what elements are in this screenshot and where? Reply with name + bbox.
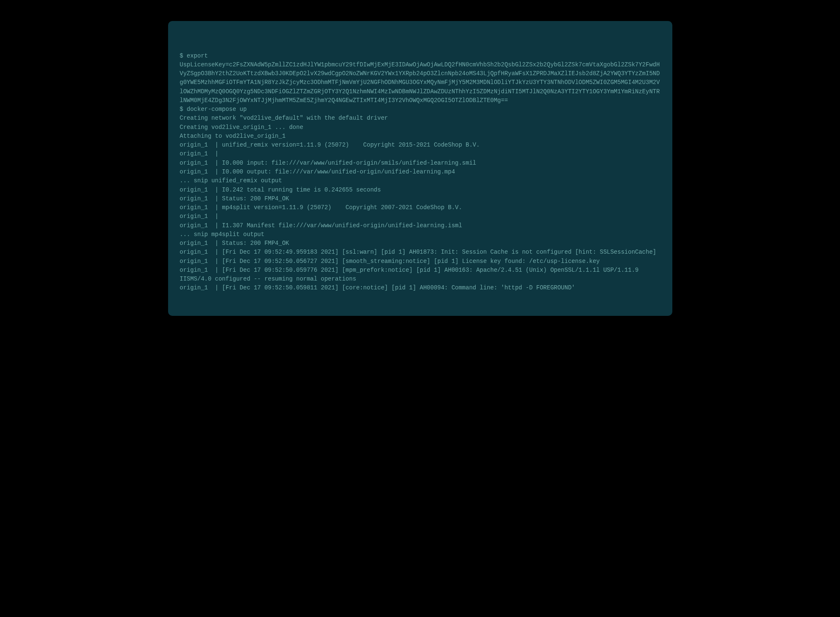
terminal-output: $ export UspLicenseKey=c2FsZXNAdW5pZmllZ… <box>180 52 661 293</box>
terminal-window[interactable]: $ export UspLicenseKey=c2FsZXNAdW5pZmllZ… <box>168 21 672 316</box>
